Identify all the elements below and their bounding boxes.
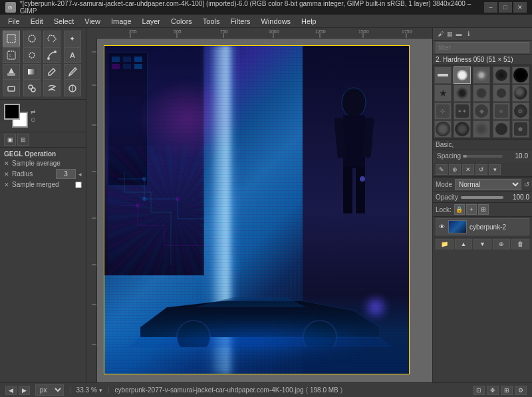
brush-delete-btn[interactable]: ✕	[462, 164, 474, 175]
foreground-color-swatch[interactable]	[4, 104, 20, 120]
patterns-icon[interactable]: ▦	[445, 29, 454, 39]
brush-cell-18[interactable]	[473, 120, 490, 138]
gradients-icon[interactable]: ▬	[454, 29, 464, 39]
brush-cell-7[interactable]	[454, 84, 471, 102]
tool-text[interactable]: A	[64, 47, 81, 63]
info-icon[interactable]: ℹ	[464, 29, 473, 39]
tool-fuzzy-select[interactable]: ✦	[64, 31, 81, 47]
tool-smudge[interactable]	[43, 80, 61, 96]
gegl-x-icon[interactable]: ✕	[4, 160, 9, 167]
spacing-slider[interactable]	[463, 155, 503, 158]
tool-color-select[interactable]: ≈	[3, 47, 20, 63]
canvas-container[interactable]: 255 505 750 1000 1250 1500 1750 2000	[86, 28, 432, 382]
lock-pixels-btn[interactable]: 🔒	[454, 204, 465, 215]
brush-filter-input[interactable]	[436, 42, 529, 53]
brush-cell-20[interactable]: ⬟	[512, 120, 529, 138]
brush-cell-2[interactable]	[454, 66, 471, 84]
menu-layer[interactable]: Layer	[137, 16, 166, 27]
color-swap-icon[interactable]: ⇄	[31, 108, 36, 115]
menu-file[interactable]: File	[3, 16, 25, 27]
tool-free-select[interactable]	[43, 31, 61, 47]
lock-position-btn[interactable]: +	[466, 204, 477, 215]
brush-cell-14[interactable]: ⊕	[493, 102, 510, 120]
settings-btn[interactable]: ⚙	[515, 386, 527, 395]
quick-mask-btn[interactable]: ▣	[4, 134, 16, 146]
image-mode-btn[interactable]: ⊞	[17, 134, 29, 146]
nav-back-btn[interactable]: ◀	[5, 386, 17, 395]
brush-soft2	[456, 87, 468, 99]
brush-cell-13[interactable]: ◆	[473, 102, 490, 120]
brushes-icon[interactable]: 🖌	[436, 29, 445, 39]
brush-cell-17[interactable]	[454, 120, 471, 138]
window-controls[interactable]: – □ ✕	[484, 2, 527, 13]
gegl-sm-x-icon[interactable]: ✕	[4, 182, 9, 188]
brush-cell-10[interactable]	[512, 84, 529, 102]
tool-path[interactable]	[43, 47, 61, 63]
mode-arrows[interactable]: ↺	[524, 181, 529, 188]
brush-cell-4[interactable]	[493, 66, 510, 84]
lock-alpha-btn[interactable]: ⊞	[478, 204, 489, 215]
layer-item-cyberpunk[interactable]: 👁 cyberpunk-2	[436, 218, 529, 235]
gegl-radius-value[interactable]: 3	[56, 169, 76, 179]
svg-rect-47	[343, 115, 365, 168]
menu-select[interactable]: Select	[49, 16, 80, 27]
brush-cell-8[interactable]	[473, 84, 490, 102]
tool-paintbrush[interactable]	[64, 64, 81, 80]
tool-clone[interactable]	[23, 80, 41, 96]
menu-help[interactable]: Help	[296, 16, 322, 27]
zoom-dropdown-arrow[interactable]: ▾	[99, 387, 102, 394]
gegl-sample-merged-checkbox[interactable]	[75, 182, 82, 188]
delete-layer-btn[interactable]: 🗑	[511, 239, 529, 249]
tool-dodge-burn[interactable]	[64, 80, 81, 96]
zoom-fit-btn[interactable]: ⊡	[473, 386, 485, 395]
image-canvas[interactable]	[104, 45, 410, 374]
menu-image[interactable]: Image	[106, 16, 137, 27]
brush-refresh-btn[interactable]: ↺	[475, 164, 487, 175]
new-layer-group-btn[interactable]: 📁	[436, 239, 454, 249]
brush-edit-btn[interactable]: ✎	[436, 164, 448, 175]
raise-layer-btn[interactable]: ▲	[455, 239, 473, 249]
tool-pencil[interactable]	[43, 64, 61, 80]
pan-btn[interactable]: ✥	[487, 386, 499, 395]
opacity-slider[interactable]	[461, 196, 503, 199]
brush-cell-1[interactable]	[434, 66, 452, 84]
brush-cell-19[interactable]	[493, 120, 510, 138]
gegl-radius-label: Radius	[12, 170, 53, 178]
filename-display: cyberpunk-2077-v-samurai-jacket-car-uhdp…	[115, 386, 343, 394]
brush-cell-16[interactable]	[434, 120, 452, 138]
display-btn[interactable]: ⊞	[501, 386, 513, 395]
brush-duplicate-btn[interactable]: ⊕	[449, 164, 461, 175]
lower-layer-btn[interactable]: ▼	[473, 239, 491, 249]
nav-forward-btn[interactable]: ▶	[19, 386, 30, 395]
brush-cell-9[interactable]	[493, 84, 510, 102]
brush-cell-5[interactable]	[512, 66, 529, 84]
brush-cell-6[interactable]: ★	[434, 84, 452, 102]
mode-select[interactable]: Normal Multiply Screen Overlay	[455, 179, 521, 190]
tool-rect-select[interactable]	[3, 31, 20, 47]
maximize-button[interactable]: □	[499, 2, 512, 13]
menu-tools[interactable]: Tools	[198, 16, 225, 27]
menu-filters[interactable]: Filters	[225, 16, 256, 27]
menu-edit[interactable]: Edit	[25, 16, 49, 27]
brush-cell-11[interactable]: ⊹	[434, 102, 452, 120]
brush-options-btn[interactable]: ▾	[489, 164, 501, 175]
unit-select[interactable]: px mm in	[35, 384, 64, 396]
fg-bg-colors[interactable]	[4, 104, 28, 128]
menu-colors[interactable]: Colors	[166, 16, 198, 27]
menu-view[interactable]: View	[79, 16, 106, 27]
tool-ellipse-select[interactable]	[23, 31, 41, 47]
close-button[interactable]: ✕	[513, 2, 527, 13]
tool-gradient[interactable]	[23, 64, 41, 80]
tool-bucket-fill[interactable]	[3, 64, 20, 80]
tool-iscissors[interactable]	[23, 47, 41, 63]
layer-visibility-icon[interactable]: 👁	[438, 223, 446, 231]
minimize-button[interactable]: –	[484, 2, 497, 13]
menu-windows[interactable]: Windows	[255, 16, 296, 27]
canvas-scroll[interactable]	[97, 39, 432, 382]
duplicate-layer-btn[interactable]: ⊕	[493, 239, 511, 249]
brush-cell-12[interactable]: ✦✦	[454, 102, 471, 120]
brush-cell-15[interactable]: ✿	[512, 102, 529, 120]
tool-eraser[interactable]	[3, 80, 20, 96]
brush-cell-3[interactable]	[473, 66, 490, 84]
color-reset-icon[interactable]: ⊙	[31, 116, 36, 123]
